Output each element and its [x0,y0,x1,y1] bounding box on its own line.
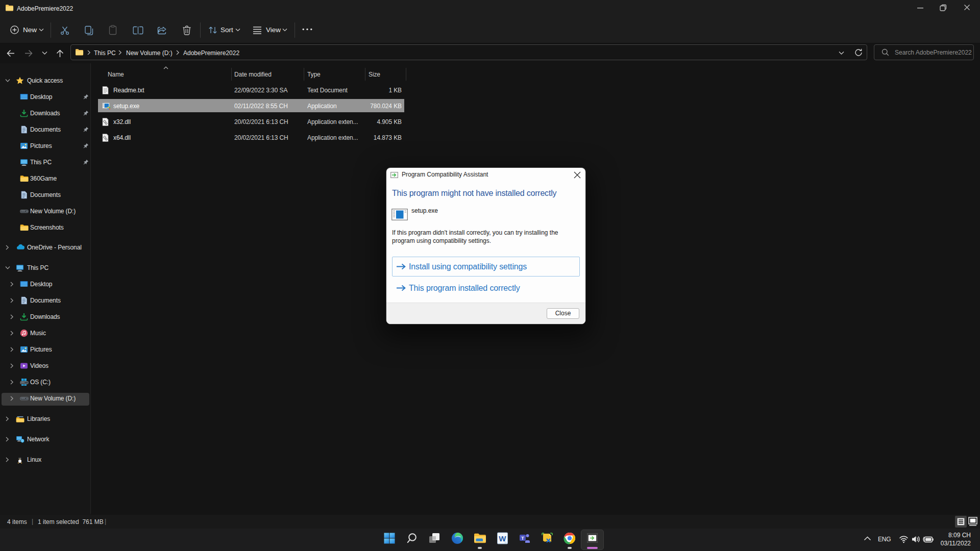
svg-text:W: W [499,534,506,543]
svg-text:T: T [521,535,524,541]
